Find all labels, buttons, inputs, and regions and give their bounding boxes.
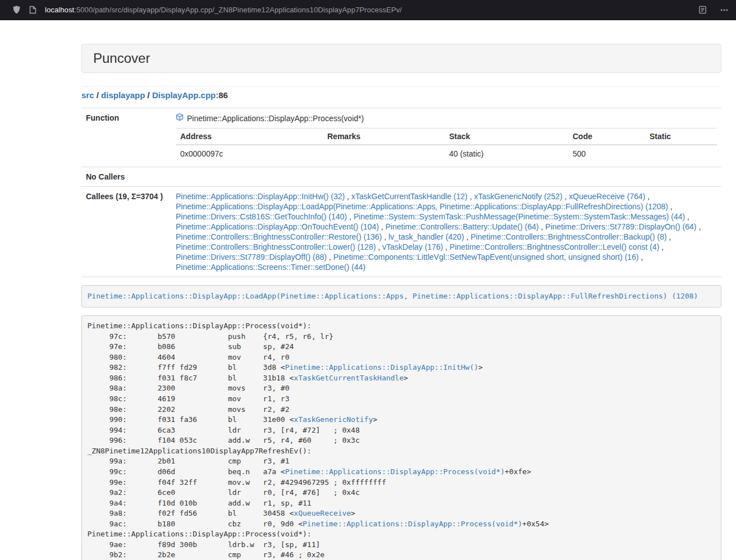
disassembly-symbol-link[interactable]: xQueueReceive [294,509,351,517]
stack-value: 40 (static) [445,145,568,162]
callee-link[interactable]: Pinetime::Controllers::BrightnessControl… [176,232,382,241]
url-bar[interactable]: localhost:5000/path/src/displayapp/Displ… [45,6,698,14]
reader-view-icon[interactable] [698,6,707,14]
function-stats-table: AddressRemarksStackCodeStatic 0x0000097c… [176,128,717,162]
disassembly-symbol-link[interactable]: Pinetime::Applications::DisplayApp::Proc… [303,520,522,528]
inner-table-header-row: AddressRemarksStackCodeStatic [176,128,717,145]
page-content: Puncover src / displayapp / DisplayApp.c… [81,44,721,560]
callee-link[interactable]: Pinetime::Controllers::BrightnessControl… [450,242,659,251]
breadcrumb: src / displayapp / DisplayApp.cpp:86 [81,89,721,101]
disassembly-symbol-link[interactable]: Pinetime::Applications::DisplayApp::Init… [285,363,478,371]
callee-link[interactable]: Pinetime::Controllers::Battery::Update()… [386,222,539,231]
callee-link[interactable]: Pinetime::Drivers::St7789::DisplayOn() (… [545,222,696,231]
remarks-value [323,145,445,162]
column-header-static: Static [645,128,717,145]
table-row: 0x0000097c 40 (static) 500 [176,145,717,162]
function-row-label: Function [81,108,171,167]
callee-link[interactable]: xQueueReceive (764) [569,192,645,201]
divider [81,86,721,87]
static-value [645,145,717,162]
breadcrumb-separator: / [94,90,102,100]
disassembly-block: Pinetime::Applications::DisplayApp::Proc… [81,315,721,560]
page-identity-icon[interactable] [29,6,36,14]
callee-link[interactable]: Pinetime::Drivers::Cst816S::GetTouchInfo… [176,212,347,221]
function-row: Function Pinetime::Applications::Display… [81,108,721,167]
callees-label: Callees (19, Σ=3704 ) [81,187,171,277]
callee-link[interactable]: Pinetime::Applications::DisplayApp::Init… [176,192,345,201]
callee-link[interactable]: lv_task_handler (420) [388,232,464,241]
column-header-stack: Stack [445,128,568,145]
callees-list: Pinetime::Applications::DisplayApp::Init… [171,187,721,277]
breadcrumb-line-number: 86 [218,90,228,100]
breadcrumb-link[interactable]: src [81,90,94,100]
column-header-code: Code [568,128,645,145]
callee-link[interactable]: Pinetime::Applications::DisplayApp::Load… [176,202,668,211]
callee-link[interactable]: Pinetime::Applications::Screens::Timer::… [176,263,365,272]
app-header-panel: Puncover [81,44,721,73]
disassembly-symbol-link[interactable]: xTaskGetCurrentTaskHandle [294,374,404,382]
code-value: 500 [568,145,645,162]
disassembly-symbol-link[interactable]: Pinetime::Applications::DisplayApp::Proc… [285,467,505,476]
callee-link[interactable]: Pinetime::Controllers::BrightnessControl… [470,232,666,241]
function-icon [176,113,184,123]
breadcrumb-link[interactable]: DisplayApp.cpp: [152,90,218,100]
column-header-address: Address [176,128,323,145]
browser-toolbar: localhost:5000/path/src/displayapp/Displ… [0,0,736,20]
address-value: 0x0000097c [176,145,323,162]
disassembly-symbol-link[interactable]: xTaskGenericNotify [294,415,373,424]
url-path: :5000/path/src/displayapp/DisplayApp.cpp… [74,6,402,14]
column-header-remarks: Remarks [323,128,445,145]
callee-link[interactable]: xTaskGetCurrentTaskHandle (12) [351,192,468,201]
callee-link[interactable]: vTaskDelay (176) [382,242,443,251]
toolbar-right-actions [698,6,728,14]
breadcrumb-separator: / [145,90,152,100]
disassembly-code: Pinetime::Applications::DisplayApp::Proc… [88,322,549,559]
function-name: Pinetime::Applications::DisplayApp::Proc… [187,113,364,123]
callee-link[interactable]: Pinetime::Applications::DisplayApp::OnTo… [176,222,379,231]
url-host: localhost [45,6,74,14]
callee-link[interactable]: Pinetime::Drivers::St7789::DisplayOff() … [176,253,327,261]
no-callers-cell [171,167,721,187]
callee-link[interactable]: Pinetime::System::SystemTask::PushMessag… [354,212,685,221]
breadcrumb-link[interactable]: displayapp [101,90,145,100]
function-table: Function Pinetime::Applications::Display… [81,108,721,277]
callee-link[interactable]: xTaskGenericNotify (252) [474,192,562,201]
app-title: Puncover [93,51,710,66]
callee-link[interactable]: Pinetime::Controllers::BrightnessControl… [176,242,376,251]
page-actions-menu-icon[interactable] [720,6,728,14]
tracking-protection-shield-icon[interactable] [12,5,21,15]
no-callers-row: No Callers [81,167,721,187]
symbol-panel: Pinetime::Applications::DisplayApp::Load… [81,285,721,307]
symbol-link[interactable]: Pinetime::Applications::DisplayApp::Load… [88,292,698,300]
callees-row: Callees (19, Σ=3704 ) Pinetime::Applicat… [81,187,721,277]
browser-window: localhost:5000/path/src/displayapp/Displ… [0,0,736,560]
callee-link[interactable]: Pinetime::Components::LittleVgl::SetNewT… [333,253,639,261]
no-callers-label: No Callers [81,167,171,187]
function-cell: Pinetime::Applications::DisplayApp::Proc… [171,108,721,167]
